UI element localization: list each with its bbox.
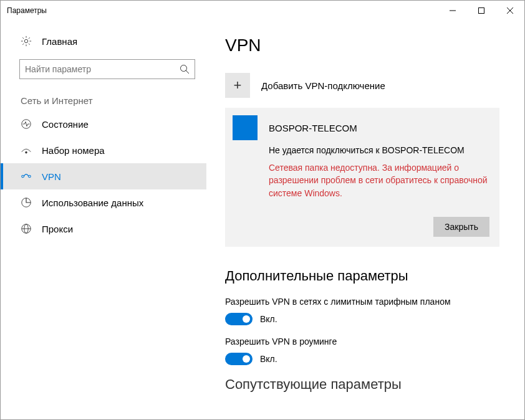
sidebar-item-label: Использование данных: [42, 198, 143, 208]
toggle-metered[interactable]: [225, 313, 253, 325]
svg-rect-1: [479, 8, 484, 14]
add-vpn-row[interactable]: + Добавить VPN-подключение: [225, 73, 499, 98]
content: Главная Сеть и Интернет Состояние На: [1, 21, 524, 419]
category-label: Сеть и Интернет: [1, 89, 206, 111]
sidebar-item-proxy[interactable]: Прокси: [1, 216, 206, 242]
sidebar-item-label: Прокси: [42, 224, 73, 234]
toggle-state: Вкл.: [260, 354, 277, 364]
close-connection-button[interactable]: Закрыть: [433, 217, 489, 237]
setting-label: Разрешить VPN в сетях с лимитным тарифны…: [225, 297, 499, 307]
home-label: Главная: [42, 36, 77, 47]
svg-point-9: [22, 175, 24, 178]
sidebar-item-label: VPN: [42, 171, 61, 182]
button-row: Закрыть: [233, 217, 489, 237]
gear-icon: [21, 36, 32, 47]
svg-point-10: [29, 175, 31, 178]
card-header: BOSPOR-TELECOM: [233, 115, 489, 140]
vpn-connection-card[interactable]: BOSPOR-TELECOM Не удается подключиться к…: [225, 108, 499, 247]
related-heading: Сопутствующие параметры: [225, 376, 499, 393]
status-icon: [21, 118, 32, 130]
search-icon: [180, 64, 190, 74]
page-heading: VPN: [225, 36, 499, 55]
main-panel: VPN + Добавить VPN-подключение BOSPOR-TE…: [206, 21, 524, 419]
sidebar-item-data-usage[interactable]: Использование данных: [1, 189, 206, 216]
search-box[interactable]: [19, 59, 195, 79]
settings-window: Параметры Главная: [0, 0, 525, 420]
advanced-heading: Дополнительные параметры: [225, 268, 499, 284]
setting-metered: Разрешить VPN в сетях с лимитным тарифны…: [225, 297, 499, 325]
setting-roaming: Разрешить VPN в роуминге Вкл.: [225, 336, 499, 365]
svg-line-6: [186, 70, 189, 74]
search-input[interactable]: [25, 64, 180, 74]
toggle-state: Вкл.: [260, 314, 277, 324]
plus-icon: +: [225, 73, 250, 98]
svg-point-4: [24, 39, 27, 42]
connection-error: Сетевая папка недоступна. За информацией…: [269, 161, 489, 199]
sidebar: Главная Сеть и Интернет Состояние На: [1, 21, 206, 419]
setting-label: Разрешить VPN в роуминге: [225, 336, 499, 346]
home-link[interactable]: Главная: [1, 31, 206, 54]
card-body: Не удается подключиться к BOSPOR-TELECOM…: [269, 145, 489, 199]
sidebar-item-label: Набор номера: [42, 145, 105, 156]
titlebar: Параметры: [1, 1, 524, 21]
connection-status: Не удается подключиться к BOSPOR-TELECOM: [269, 145, 489, 155]
connection-name: BOSPOR-TELECOM: [269, 123, 357, 133]
sidebar-item-status[interactable]: Состояние: [1, 111, 206, 137]
connection-icon: [233, 115, 258, 140]
sidebar-item-vpn[interactable]: VPN: [1, 163, 206, 189]
window-title: Параметры: [7, 6, 438, 15]
maximize-button[interactable]: [467, 1, 496, 21]
toggle-row: Вкл.: [225, 353, 499, 365]
svg-point-8: [26, 151, 27, 153]
proxy-icon: [21, 223, 32, 234]
dialup-icon: [21, 145, 32, 156]
data-usage-icon: [21, 197, 32, 208]
toggle-row: Вкл.: [225, 313, 499, 325]
sidebar-item-dialup[interactable]: Набор номера: [1, 137, 206, 163]
vpn-icon: [21, 171, 32, 182]
minimize-button[interactable]: [438, 1, 467, 21]
add-vpn-label: Добавить VPN-подключение: [261, 80, 385, 91]
close-button[interactable]: [496, 1, 524, 21]
toggle-roaming[interactable]: [225, 353, 253, 365]
sidebar-item-label: Состояние: [42, 119, 89, 130]
